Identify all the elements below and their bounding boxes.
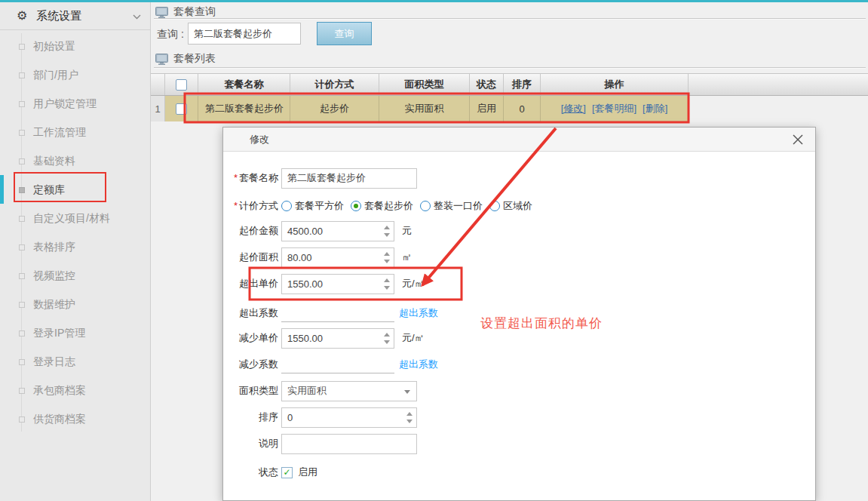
radio-label: 套餐平方价: [295, 199, 344, 213]
spin-down-button[interactable]: [384, 286, 390, 290]
area-type-value: 实用面积: [287, 384, 327, 398]
reduce-coefficient-input[interactable]: [281, 355, 394, 373]
sidebar-header-system-settings[interactable]: ⚙ 系统设置: [0, 0, 150, 30]
check-icon: ✓: [283, 467, 290, 478]
field-sort: 排序: [223, 407, 815, 428]
cell-area-type: 实用面积: [379, 96, 470, 121]
field-description: 说明: [223, 433, 815, 454]
package-table: 套餐名称 计价方式 面积类型 状态 排序 操作 1 第二版套餐起步价 起步价 实…: [151, 73, 868, 121]
close-icon[interactable]: [791, 133, 805, 146]
radio-label: 区域价: [503, 199, 532, 213]
unit-label: 元/㎡: [402, 331, 425, 345]
cell-actions: [修改] [套餐明细] [删除]: [541, 96, 689, 121]
field-label: 起价面积: [239, 251, 278, 263]
sidebar-item-initial-settings[interactable]: 初始设置: [0, 32, 150, 60]
reduce-price-input[interactable]: [281, 328, 394, 349]
query-input[interactable]: [188, 23, 301, 45]
header-filler: [689, 74, 868, 95]
field-label: 套餐名称: [239, 172, 278, 183]
sort-input[interactable]: [281, 407, 417, 428]
radio-label: 套餐起步价: [364, 199, 413, 213]
top-accent-bar: [0, 0, 868, 2]
spin-down-button[interactable]: [384, 340, 390, 344]
package-name-input[interactable]: [281, 168, 417, 189]
reduce-coefficient-link[interactable]: 超出系数: [399, 358, 438, 371]
field-excess-coefficient: 超出系数 超出系数: [223, 304, 815, 322]
modal-title: 修改: [250, 133, 791, 146]
field-label: 起价金额: [239, 225, 278, 236]
header-name: 套餐名称: [198, 74, 290, 95]
spin-down-button[interactable]: [384, 260, 390, 263]
spin-up-button[interactable]: [384, 226, 390, 229]
table-header-row: 套餐名称 计价方式 面积类型 状态 排序 操作: [151, 73, 868, 96]
row-checkbox[interactable]: [176, 103, 187, 115]
sidebar-item-workflow[interactable]: 工作流管理: [0, 118, 150, 146]
cell-sort: 0: [504, 96, 541, 121]
package-detail-link[interactable]: [套餐明细]: [592, 102, 636, 115]
select-all-checkbox[interactable]: [176, 79, 187, 91]
query-section-label: 套餐查询: [173, 5, 216, 19]
field-label: 面积类型: [239, 385, 278, 396]
spin-up-button[interactable]: [406, 412, 413, 416]
status-checkbox[interactable]: ✓: [281, 467, 293, 478]
required-asterisk: *: [234, 172, 238, 183]
radio-icon: [281, 201, 292, 211]
radio-option-whole-package[interactable]: 整装一口价: [420, 199, 483, 213]
excess-coefficient-link[interactable]: 超出系数: [399, 306, 438, 320]
table-row: 1 第二版套餐起步价 起步价 实用面积 启用 0 [修改] [套餐明细] [删除…: [151, 96, 689, 121]
radio-option-starting-price[interactable]: 套餐起步价: [351, 199, 413, 213]
row-checkbox-cell: [165, 96, 198, 121]
field-reduce-coefficient: 减少系数 超出系数: [223, 355, 815, 373]
radio-option-regional-price[interactable]: 区域价: [489, 199, 532, 213]
start-area-input[interactable]: [281, 247, 394, 268]
excess-price-input[interactable]: [281, 274, 394, 294]
monitor-icon: [155, 7, 168, 18]
sidebar-item-basic-data[interactable]: 基础资料: [0, 146, 150, 175]
field-area-type: 面积类型 实用面积: [223, 380, 815, 401]
status-checkbox-label: 启用: [298, 466, 317, 479]
spin-up-button[interactable]: [384, 333, 390, 337]
header-checkbox-cell: [165, 74, 198, 95]
query-button[interactable]: 查询: [317, 22, 372, 45]
monitor-icon: [155, 54, 168, 65]
spin-down-button[interactable]: [406, 420, 413, 423]
field-label: 排序: [259, 411, 278, 423]
area-type-select[interactable]: 实用面积: [281, 381, 417, 401]
sidebar-item-video-monitor[interactable]: 视频监控: [0, 261, 150, 290]
spin-up-button[interactable]: [384, 252, 390, 256]
description-input[interactable]: [281, 434, 417, 454]
sidebar-item-login-log[interactable]: 登录日志: [0, 347, 150, 376]
spin-up-button[interactable]: [384, 278, 390, 282]
field-label: 状态: [259, 466, 278, 478]
sidebar-item-table-sort[interactable]: 表格排序: [0, 232, 150, 261]
radio-label: 整装一口价: [434, 199, 483, 213]
sidebar-item-supplier-archive[interactable]: 供货商档案: [0, 404, 150, 433]
query-field-label: 查询 :: [157, 28, 184, 41]
excess-coefficient-input[interactable]: [281, 304, 394, 322]
sidebar-item-quota-library[interactable]: 定额库: [0, 175, 150, 204]
radio-icon: [489, 201, 500, 211]
radio-option-flat-sqm[interactable]: 套餐平方价: [281, 199, 344, 213]
sidebar-item-dept-users[interactable]: 部门/用户: [0, 60, 150, 89]
radio-icon: [420, 201, 431, 211]
sidebar-item-user-lock[interactable]: 用户锁定管理: [0, 89, 150, 118]
spin-down-button[interactable]: [384, 233, 390, 237]
sidebar-item-custom-items[interactable]: 自定义项目/材料: [0, 204, 150, 232]
header-area-type: 面积类型: [379, 74, 470, 95]
query-section-title: 套餐查询: [155, 5, 216, 19]
field-pricing-method: *计价方式 套餐平方价 套餐起步价 整装一口价 区域价: [223, 199, 815, 213]
sidebar: ⚙ 系统设置 初始设置 部门/用户 用户锁定管理 工作流管理 基础资料 定额库 …: [0, 0, 151, 501]
delete-link[interactable]: [删除]: [643, 102, 667, 115]
field-label: 减少单价: [239, 332, 278, 343]
field-package-name: *套餐名称: [223, 168, 815, 189]
field-start-price: 起价金额 元: [223, 220, 815, 241]
pricing-method-radios: 套餐平方价 套餐起步价 整装一口价 区域价: [281, 199, 539, 213]
edit-link[interactable]: [修改]: [561, 102, 586, 115]
start-price-input[interactable]: [281, 221, 394, 241]
divider: [154, 18, 866, 19]
row-number: 1: [151, 96, 165, 121]
sidebar-item-login-ip[interactable]: 登录IP管理: [0, 318, 150, 347]
sidebar-item-data-maintenance[interactable]: 数据维护: [0, 290, 150, 318]
sidebar-item-contractor-archive[interactable]: 承包商档案: [0, 376, 150, 404]
list-section-title: 套餐列表: [155, 52, 216, 66]
